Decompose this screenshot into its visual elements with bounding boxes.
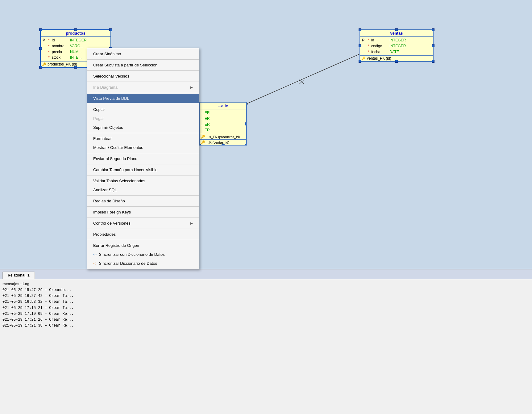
key-icon: 🔑 (201, 135, 205, 139)
menu-item-copiar[interactable]: Copiar (87, 105, 199, 114)
table-row: P * id INTEGER (361, 37, 432, 43)
menu-item-validar-tablas[interactable]: Validar Tablas Seleccionadas (87, 176, 199, 185)
table-row: ...ER (201, 116, 245, 122)
submenu-arrow-icon: ▶ (190, 86, 193, 89)
ventas-table-body: P * id INTEGER * codigo INTEGER * fecha … (360, 37, 433, 55)
menu-item-pegar: Pegar (87, 114, 199, 123)
key-icon: 🔑 (42, 62, 46, 66)
handle-ml[interactable] (39, 47, 42, 50)
handle-mr[interactable] (245, 122, 247, 125)
separator (87, 175, 199, 175)
table-row: ...ER (201, 122, 245, 128)
svg-line-3 (299, 80, 304, 84)
separator (87, 70, 199, 71)
handle-tr[interactable] (109, 28, 112, 31)
menu-item-formatear[interactable]: Formatear (87, 134, 199, 143)
bottom-panel: Relational_1 mensajes - Log 021-05-29 15… (0, 269, 532, 414)
menu-item-mostrar-ocultar[interactable]: Mostrar / Ocultar Elementos (87, 143, 199, 152)
detalles-table-title: ...alle (200, 103, 246, 109)
menu-item-ir-diagrama: Ir a Diagrama ▶ (87, 83, 199, 92)
detalles-footer1: 🔑 ...s_FK (productos_id) (200, 134, 246, 139)
menu-item-borrar-registro[interactable]: Borrar Registro de Origen (87, 241, 199, 250)
handle-tm[interactable] (395, 28, 398, 31)
menu-item-crear-sinonimo[interactable]: Crear Sinónimo (87, 49, 199, 58)
log-line: 021-05-29 17:15:21 – Crear Ta... (2, 305, 530, 311)
messages-title: mensajes - Log (2, 281, 530, 287)
menu-item-sincronizar-con[interactable]: ⇦ Sincronizar con Diccionario de Datos (87, 250, 199, 259)
menu-item-cambiar-tamano[interactable]: Cambiar Tamaño para Hacer Visible (87, 165, 199, 174)
separator (87, 153, 199, 153)
sync-out-icon: ⇨ (93, 261, 97, 266)
submenu-arrow-icon: ▶ (190, 222, 193, 225)
menu-item-enviar-segundo-plano[interactable]: Enviar al Segundo Plano (87, 154, 199, 163)
table-row: * codigo INTEGER (361, 43, 432, 49)
menu-item-reglas-diseno[interactable]: Reglas de Diseño (87, 196, 199, 205)
handle-tl[interactable] (359, 28, 361, 31)
handle-tl[interactable] (39, 28, 42, 31)
menu-item-implied-foreign-keys[interactable]: Implied Foreign Keys (87, 208, 199, 217)
messages-panel: mensajes - Log 021-05-29 15:47:29 – Crea… (0, 279, 532, 330)
separator (87, 104, 199, 104)
handle-mr[interactable] (432, 44, 434, 47)
log-line: 021-05-29 16:53:32 – Crear Ta... (2, 299, 530, 305)
separator (87, 93, 199, 93)
handle-tm[interactable] (74, 28, 77, 31)
handle-bm[interactable] (74, 66, 77, 69)
log-line: 021-05-29 17:19:09 – Crear Re... (2, 311, 530, 317)
menu-item-crear-subvista[interactable]: Crear Subvista a partir de Selección (87, 61, 199, 70)
menu-item-suprimir-objetos[interactable]: Suprimir Objetos (87, 123, 199, 132)
svg-line-2 (299, 80, 304, 84)
handle-bm[interactable] (222, 144, 224, 146)
key-icon: 🔑 (361, 57, 366, 61)
handle-br[interactable] (245, 144, 247, 146)
log-line: 021-05-29 15:47:29 – Creando... (2, 287, 530, 293)
menu-item-vista-previa-ddl[interactable]: Vista Previa de DDL (87, 94, 199, 103)
menu-item-seleccionar-vecinos[interactable]: Seleccionar Vecinos (87, 72, 199, 81)
handle-ml[interactable] (359, 44, 361, 47)
separator (87, 133, 199, 133)
detalles-table-body: ...ER ...ER ...ER ...ER (200, 109, 246, 134)
ventas-table[interactable]: ventas P * id INTEGER * codigo INTEGER *… (360, 29, 434, 62)
separator (87, 206, 199, 207)
canvas: productos P * id INTEGER * nombre VARC..… (0, 0, 532, 269)
menu-item-control-versiones[interactable]: Control de Versiones ▶ (87, 219, 199, 228)
table-row: ...ER (201, 110, 245, 116)
detalles-table[interactable]: ...alle ...ER ...ER ...ER ...ER 🔑 ...s_F… (199, 102, 247, 146)
key-icon: 🔑 (201, 140, 205, 144)
log-line: 021-05-29 16:27:42 – Crear Ta... (2, 293, 530, 299)
tab-bar: Relational_1 (0, 269, 532, 279)
context-menu: Crear Sinónimo Crear Subvista a partir d… (87, 48, 199, 269)
separator (87, 229, 199, 229)
handle-bm[interactable] (395, 60, 398, 63)
handle-br[interactable] (432, 60, 434, 63)
separator (87, 164, 199, 164)
separator (87, 59, 199, 60)
menu-item-analizar-sql[interactable]: Analizar SQL (87, 185, 199, 194)
table-row: ...ER (201, 127, 245, 133)
table-row: P * id INTEGER (42, 37, 109, 43)
menu-item-sincronizar[interactable]: ⇨ Sincronizar Diccionario de Datos (87, 259, 199, 268)
separator (87, 218, 199, 218)
tab-relational1[interactable]: Relational_1 (2, 272, 35, 279)
handle-bl[interactable] (359, 60, 361, 63)
sync-in-icon: ⇦ (93, 252, 97, 257)
log-line: 021-05-29 17:21:26 – Crear Re... (2, 317, 530, 323)
handle-bl[interactable] (39, 66, 42, 69)
log-line: 021-05-29 17:21:38 – Crear Re... (2, 323, 530, 329)
table-row: * fecha DATE (361, 49, 432, 55)
separator (87, 240, 199, 240)
messages-content: 021-05-29 15:47:29 – Creando... 021-05-2… (2, 287, 530, 329)
separator (87, 195, 199, 196)
svg-line-0 (244, 54, 360, 105)
handle-tr[interactable] (432, 28, 434, 31)
menu-item-propiedades[interactable]: Propiedades (87, 230, 199, 239)
separator (87, 82, 199, 82)
